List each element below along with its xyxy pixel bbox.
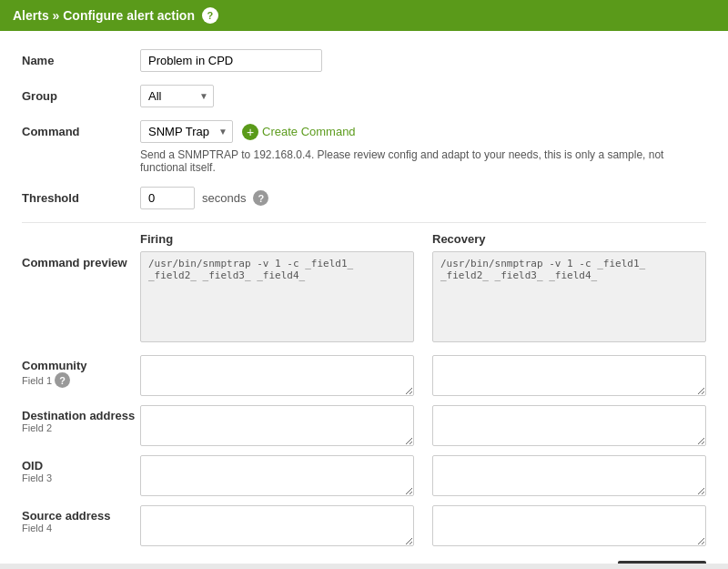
name-label: Name <box>22 49 140 67</box>
field-row-community: Community Field 1 ? <box>22 355 706 396</box>
columns-header: Firing Recovery <box>22 232 706 246</box>
threshold-label: Threshold <box>22 187 140 205</box>
command-row: Command SNMP Trap Email Script ▼ + Creat… <box>22 120 706 174</box>
community-inputs <box>140 355 706 396</box>
firing-header: Firing <box>140 232 414 246</box>
field-label-destination: Destination address Field 2 <box>22 405 140 433</box>
group-label: Group <box>22 85 140 103</box>
command-select[interactable]: SNMP Trap Email Script <box>140 120 233 143</box>
group-select[interactable]: All Group 1 Group 2 <box>140 85 214 107</box>
create-command-button[interactable]: + Create Command <box>242 124 356 140</box>
main-content: Name Group All Group 1 Group 2 ▼ Command <box>0 31 728 564</box>
recovery-preview-textarea: /usr/bin/snmptrap -v 1 -c _field1_ _fiel… <box>432 251 706 342</box>
source-label-main: Source address <box>22 509 140 523</box>
command-preview-row: Command preview /usr/bin/snmptrap -v 1 -… <box>22 251 706 342</box>
plus-icon: + <box>242 124 258 140</box>
destination-field-num: Field 2 <box>22 422 52 433</box>
destination-inputs <box>140 405 706 446</box>
preview-textareas: /usr/bin/snmptrap -v 1 -c _field1_ _fiel… <box>140 251 706 342</box>
breadcrumb: Alerts » Configure alert action <box>13 8 195 23</box>
recovery-header: Recovery <box>432 232 706 246</box>
threshold-row: Threshold seconds ? <box>22 187 706 209</box>
firing-preview-textarea: /usr/bin/snmptrap -v 1 -c _field1_ _fiel… <box>140 251 414 342</box>
field-label-oid: OID Field 3 <box>22 455 140 483</box>
command-control: SNMP Trap Email Script ▼ + Create Comman… <box>140 120 706 174</box>
source-recovery-input[interactable] <box>432 505 706 546</box>
oid-recovery-input[interactable] <box>432 455 706 496</box>
community-recovery-input[interactable] <box>432 355 706 396</box>
field-label-community: Community Field 1 ? <box>22 355 140 388</box>
help-icon[interactable]: ? <box>202 7 218 24</box>
create-command-label: Create Command <box>262 125 356 138</box>
field-row-source: Source address Field 4 <box>22 505 706 546</box>
oid-field-num: Field 3 <box>22 472 52 483</box>
source-label-sub: Field 4 <box>22 523 140 533</box>
name-input[interactable] <box>140 49 322 72</box>
field-row-destination: Destination address Field 2 <box>22 405 706 446</box>
field-row-oid: OID Field 3 <box>22 455 706 496</box>
source-firing-input[interactable] <box>140 505 414 546</box>
oid-inputs <box>140 455 706 496</box>
name-row: Name <box>22 49 706 72</box>
destination-recovery-input[interactable] <box>432 405 706 446</box>
community-field-num: Field 1 <box>22 375 52 386</box>
field-rows: Community Field 1 ? Destination address … <box>22 355 706 546</box>
command-preview-label: Command preview <box>22 251 140 269</box>
seconds-label: seconds <box>202 191 246 205</box>
bottom-bar: Create ⚡ <box>22 561 706 564</box>
community-firing-input[interactable] <box>140 355 414 396</box>
field-label-source: Source address Field 4 <box>22 505 140 533</box>
group-row: Group All Group 1 Group 2 ▼ <box>22 85 706 107</box>
source-inputs <box>140 505 706 546</box>
command-description: Send a SNMPTRAP to 192.168.0.4. Please r… <box>140 148 706 174</box>
oid-label-main: OID <box>22 459 140 472</box>
source-field-num: Field 4 <box>22 523 52 533</box>
oid-firing-input[interactable] <box>140 455 414 496</box>
oid-label-sub: Field 3 <box>22 472 140 483</box>
create-button[interactable]: Create ⚡ <box>618 561 706 564</box>
community-info-icon[interactable]: ? <box>55 372 70 388</box>
destination-label-sub: Field 2 <box>22 422 140 433</box>
group-control: All Group 1 Group 2 ▼ <box>140 85 706 107</box>
community-label-main: Community <box>22 359 140 372</box>
threshold-info-icon[interactable]: ? <box>253 190 268 206</box>
destination-firing-input[interactable] <box>140 405 414 446</box>
destination-label-main: Destination address <box>22 409 140 422</box>
name-control <box>140 49 706 72</box>
threshold-input[interactable] <box>140 187 195 209</box>
threshold-control: seconds ? <box>140 187 706 209</box>
command-label: Command <box>22 120 140 138</box>
community-label-sub: Field 1 ? <box>22 372 140 388</box>
header: Alerts » Configure alert action ? <box>0 0 728 31</box>
